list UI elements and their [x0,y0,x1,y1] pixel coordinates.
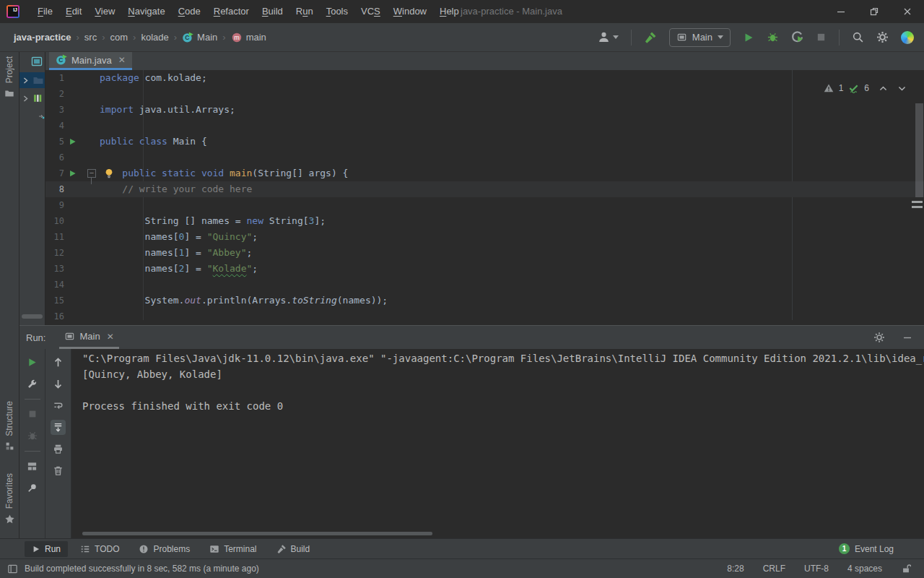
tab-close-icon[interactable]: ✕ [118,55,126,65]
code-text[interactable] [98,309,100,320]
down-stacktrace-icon[interactable] [53,379,64,389]
menu-refactor[interactable]: Refactor [207,0,256,23]
code-text[interactable]: // write your code here [98,181,252,197]
tool-window-quick-access-icon[interactable] [7,564,18,574]
code-line-9[interactable]: 9 [45,197,924,213]
search-everywhere-icon[interactable] [852,31,864,43]
code-line-2[interactable]: 2 [45,86,924,102]
indent-widget[interactable]: 4 spaces [847,564,882,574]
breadcrumb-item-kolade[interactable]: kolade [139,32,170,43]
editor-vscrollbar[interactable] [915,103,923,197]
breadcrumb-item-main[interactable]: mmain [229,32,269,43]
console-hscrollbar[interactable] [82,532,432,535]
run-tab-main[interactable]: Main ✕ [59,326,118,349]
breadcrumb-item-main[interactable]: CMain [180,32,219,43]
coverage-icon[interactable] [791,31,803,43]
code-line-13[interactable]: 13 names[2] = "Kolade"; [45,261,924,277]
code-line-10[interactable]: 10 String [] names = new String[3]; [45,213,924,229]
project-panel[interactable] [19,52,45,325]
run-line-icon[interactable] [69,169,77,178]
code-text[interactable] [98,86,100,102]
tool-window-button-problems[interactable]: Problems [131,541,197,557]
code-line-4[interactable]: 4 [45,118,924,134]
tool-window-button-build[interactable]: Build [269,541,318,557]
project-hscrollbar[interactable] [22,314,43,319]
tool-window-button-todo[interactable]: TODO [73,541,126,557]
restore-layout-icon[interactable] [27,461,38,472]
lock-open-icon[interactable] [901,564,911,574]
minimize-icon[interactable] [824,0,858,23]
menu-view[interactable]: View [88,0,121,23]
code-line-6[interactable]: 6 [45,150,924,165]
menu-file[interactable]: File [31,0,59,23]
error-stripe-mark[interactable] [912,201,923,203]
encoding-widget[interactable]: UTF-8 [804,564,829,574]
intention-bulb-icon[interactable] [104,168,114,179]
code-text[interactable] [98,118,100,134]
debug-icon[interactable] [767,31,779,43]
tab-main-java[interactable]: C Main.java ✕ [49,52,132,70]
print-icon[interactable] [53,444,64,454]
run-line-icon[interactable] [69,137,77,146]
tool-window-icon[interactable] [31,56,43,67]
menu-window[interactable]: Window [387,0,433,23]
code-text[interactable]: names[0] = "Quincy"; [98,229,258,245]
gear-icon[interactable] [873,332,885,343]
event-log-widget[interactable]: 1Event Log [839,543,924,554]
code-text[interactable]: public class Main { [98,134,207,150]
stop-icon[interactable] [816,32,827,43]
breadcrumb-item-com[interactable]: com [108,32,131,43]
gradient-sphere-icon[interactable] [901,31,914,44]
profile-icon[interactable] [598,31,619,43]
code-line-15[interactable]: 15 System.out.println(Arrays.toString(na… [45,293,924,309]
soft-wrap-icon[interactable] [53,400,64,411]
up-stacktrace-icon[interactable] [53,357,64,368]
caret-position-widget[interactable]: 8:28 [727,564,744,574]
close-icon[interactable] [891,0,924,23]
build-hammer-icon[interactable] [644,31,657,44]
menu-navigate[interactable]: Navigate [121,0,171,23]
code-text[interactable]: String [] names = new String[3]; [98,213,326,229]
code-line-11[interactable]: 11 names[0] = "Quincy"; [45,229,924,245]
sidebar-item-project[interactable]: Project [0,56,19,98]
code-line-14[interactable]: 14 [45,277,924,293]
rerun-icon[interactable] [27,357,38,368]
menu-run[interactable]: Run [289,0,320,23]
code-line-7[interactable]: 7– public static void main(String[] args… [45,165,924,181]
code-line-8[interactable]: 8 // write your code here [45,181,924,197]
run-console-output[interactable]: "C:\Program Files\Java\jdk-11.0.12\bin\j… [71,349,924,538]
clear-console-trash-icon[interactable] [53,465,64,476]
project-tree-row-scratches[interactable] [19,108,45,124]
sidebar-item-structure[interactable]: Structure [0,401,19,451]
settings-gear-icon[interactable] [876,31,889,43]
next-problem-icon[interactable] [897,84,907,93]
project-tree-row-libraries[interactable] [19,90,45,106]
restart-debug-icon-disabled[interactable] [27,430,38,441]
run-configuration-select[interactable]: Main [669,28,731,47]
code-text[interactable] [98,277,100,293]
project-tree-row-selected[interactable] [19,72,45,88]
code-text[interactable]: System.out.println(Arrays.toString(names… [98,293,388,309]
run-tab-close-icon[interactable]: ✕ [107,332,114,342]
tool-window-button-terminal[interactable]: Terminal [202,541,263,557]
code-text[interactable]: names[1] = "Abbey"; [98,245,252,261]
hide-panel-icon[interactable] [902,332,912,342]
edit-configuration-wrench-icon[interactable] [27,379,38,389]
code-text[interactable]: public static void main(String[] args) { [98,165,348,181]
line-separator-widget[interactable]: CRLF [763,564,785,574]
code-text[interactable]: names[2] = "Kolade"; [98,261,258,277]
restore-icon[interactable] [858,0,891,23]
pin-icon[interactable] [27,483,38,493]
breadcrumb-item-java-practice[interactable]: java-practice [12,32,74,43]
code-line-5[interactable]: 5public class Main { [45,134,924,150]
menu-vcs[interactable]: VCS [354,0,387,23]
code-line-12[interactable]: 12 names[1] = "Abbey"; [45,245,924,261]
menu-edit[interactable]: Edit [59,0,88,23]
run-icon[interactable] [743,32,754,43]
stop-icon-disabled[interactable] [27,409,38,419]
code-text[interactable]: import java.util.Arrays; [98,102,235,118]
menu-code[interactable]: Code [172,0,207,23]
code-line-16[interactable]: 16 [45,309,924,320]
menu-tools[interactable]: Tools [320,0,354,23]
code-text[interactable] [98,150,100,165]
